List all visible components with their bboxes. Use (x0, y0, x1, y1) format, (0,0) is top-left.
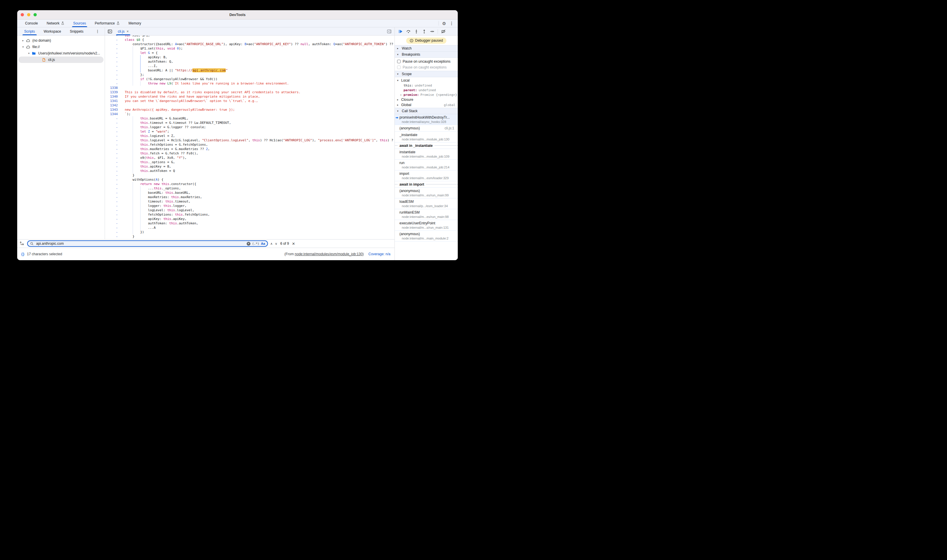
line-number[interactable]: 1342 (105, 103, 121, 108)
scope-section-global[interactable]: ▸Globalglobal (395, 102, 458, 108)
tab-performance[interactable]: Performance (95, 20, 120, 27)
line-number[interactable]: 1339 (105, 90, 121, 94)
tree-item-users-jinhuilee-nvm-versions-node-v2-[interactable]: ▾Users/jinhuilee/.nvm/versions/node/v2..… (17, 50, 105, 57)
tree-item-file-[interactable]: ▾file:// (17, 44, 105, 50)
replace-toggle-icon[interactable]: A↳B (20, 241, 25, 246)
line-number[interactable]: - (105, 212, 121, 217)
breakpoint-option[interactable]: Pause on caught exceptions (395, 65, 458, 70)
line-number[interactable]: - (105, 121, 121, 125)
checkbox[interactable] (397, 66, 401, 69)
line-number[interactable]: - (105, 151, 121, 155)
line-number[interactable]: - (105, 186, 121, 191)
line-number[interactable]: - (105, 204, 121, 208)
sidebar-tab-snippets[interactable]: Snippets (70, 28, 84, 35)
section-breakpoints[interactable]: ▾Breakpoints (395, 51, 458, 58)
step-out-icon[interactable] (422, 29, 427, 34)
call-stack-frame[interactable]: loadESMnode:internal/p.../esm_loader:34 (395, 198, 458, 209)
line-number[interactable]: - (105, 68, 121, 72)
section-call-stack[interactable]: ▾Call Stack (395, 108, 458, 114)
call-stack-frame[interactable]: runMainESMnode:internal/m...es/run_main:… (395, 209, 458, 220)
scope-property[interactable]: parent:undefined (395, 88, 458, 92)
close-find-bar-icon[interactable]: ✕ (292, 242, 295, 246)
checkbox[interactable] (397, 60, 401, 63)
call-stack-frame[interactable]: (anonymous)node:internal/m...main_module… (395, 231, 458, 242)
line-number[interactable]: - (105, 234, 121, 238)
line-number[interactable]: - (105, 164, 121, 169)
line-number[interactable]: - (105, 77, 121, 81)
scope-section-local[interactable]: ▾Local (395, 78, 458, 83)
tab-console[interactable]: Console (25, 20, 38, 27)
source-mapped-link[interactable]: node:internal/modules/esm/module_job:130 (295, 252, 363, 256)
pretty-print-icon[interactable]: {} (21, 252, 25, 256)
line-number[interactable]: - (105, 169, 121, 173)
clear-search-icon[interactable]: ✕ (247, 242, 250, 246)
code-editor[interactable]: -var Xs0, $F1;-class $8 {-constructor({b… (105, 35, 395, 239)
tree-item-cli-js[interactable]: cli.js (19, 57, 103, 63)
collapse-sidebar-icon[interactable] (108, 29, 112, 34)
line-number[interactable]: - (105, 138, 121, 143)
section-scope[interactable]: ▾Scope (395, 71, 458, 77)
collapse-debugger-icon[interactable] (387, 29, 392, 34)
line-number[interactable]: - (105, 116, 121, 121)
previous-match-button[interactable]: ∧ (270, 242, 273, 246)
line-number[interactable]: - (105, 195, 121, 199)
line-number[interactable]: - (105, 60, 121, 64)
line-number[interactable]: - (105, 46, 121, 51)
line-number[interactable]: - (105, 42, 121, 46)
line-number[interactable]: - (105, 129, 121, 134)
line-number[interactable]: 1341 (105, 99, 121, 103)
call-stack-frame[interactable]: importnode:internal/m...esm/loader:329 (395, 171, 458, 181)
search-input[interactable] (35, 241, 245, 246)
line-number[interactable]: - (105, 177, 121, 182)
settings-gear-icon[interactable]: ⚙ (442, 21, 446, 26)
line-number[interactable]: - (105, 173, 121, 177)
line-number[interactable]: 1338 (105, 86, 121, 90)
line-number[interactable]: - (105, 38, 121, 42)
line-number[interactable]: - (105, 208, 121, 212)
step-into-icon[interactable] (414, 29, 419, 34)
line-number[interactable]: - (105, 230, 121, 234)
sidebar-tab-scripts[interactable]: Scripts (24, 28, 35, 35)
step-icon[interactable] (430, 29, 435, 34)
scope-section-closure[interactable]: ▸Closure (395, 97, 458, 102)
call-stack-frame[interactable]: (anonymous)cli.js:1 (395, 125, 458, 132)
tab-sources[interactable]: Sources (73, 20, 86, 27)
call-stack-frame[interactable]: (anonymous)node:internal/m...es/run_main… (395, 188, 458, 198)
line-number[interactable]: - (105, 134, 121, 138)
line-number[interactable]: - (105, 72, 121, 77)
tab-cli-js[interactable]: cli.js × (115, 28, 131, 35)
more-options-icon[interactable]: ⋮ (450, 21, 453, 25)
scope-property[interactable]: this:undefined (395, 83, 458, 88)
sidebar-more-icon[interactable]: ⋮ (96, 29, 99, 34)
line-number[interactable]: - (105, 81, 121, 86)
line-number[interactable]: - (105, 64, 121, 68)
call-stack-frame[interactable]: _instantiatenode:internal/m...module_job… (395, 132, 458, 143)
tree-item--no-domain-[interactable]: ▸(no domain) (17, 37, 105, 44)
line-number[interactable]: - (105, 191, 121, 195)
call-stack-frame[interactable]: executeUserEntryPointnode:internal/m...s… (395, 220, 458, 231)
call-stack-frame[interactable]: promiseInitHookWithDestroyTr...node:inte… (395, 114, 458, 125)
line-number[interactable]: 1344 (105, 112, 121, 116)
coverage-link[interactable]: Coverage: n/a (369, 252, 390, 256)
regex-toggle[interactable]: (.*) (252, 242, 259, 245)
line-number[interactable]: - (105, 55, 121, 60)
line-number[interactable]: - (105, 217, 121, 221)
line-number[interactable]: 1343 (105, 108, 121, 112)
call-stack-frame[interactable]: runnode:internal/m...module_job:214 (395, 160, 458, 171)
line-number[interactable]: - (105, 160, 121, 164)
breakpoint-option[interactable]: Pause on uncaught exceptions (395, 58, 458, 65)
match-case-toggle[interactable]: Aa (261, 242, 265, 245)
line-number[interactable]: - (105, 221, 121, 226)
line-number[interactable]: - (105, 147, 121, 151)
resume-icon[interactable] (398, 29, 403, 34)
tab-network[interactable]: Network (47, 20, 65, 27)
step-over-icon[interactable] (406, 29, 411, 34)
line-number[interactable]: - (105, 182, 121, 186)
scope-property[interactable]: ▸promise:Promise {<pending>} (395, 92, 458, 97)
line-number[interactable]: - (105, 35, 121, 38)
next-match-button[interactable]: ∨ (275, 242, 277, 246)
line-number[interactable]: - (105, 226, 121, 230)
deactivate-breakpoints-icon[interactable] (441, 29, 446, 34)
sidebar-tab-workspace[interactable]: Workspace (44, 28, 61, 35)
call-stack-frame[interactable]: instantiatenode:internal/m...module_job:… (395, 149, 458, 160)
